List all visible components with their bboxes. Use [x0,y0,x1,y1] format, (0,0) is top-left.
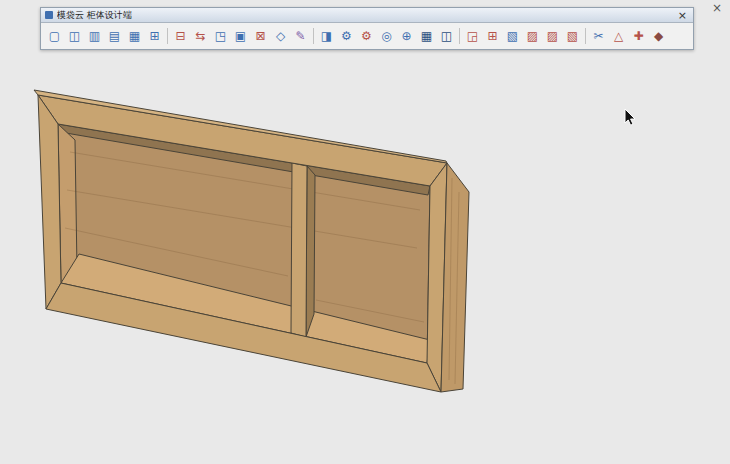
gear-settings-icon[interactable]: ⚙ [337,27,356,46]
cabinet-left-band[interactable] [38,95,61,309]
toolbar-titlebar[interactable]: 模袋云 柜体设计端 × [41,8,693,23]
toolbar-icons: ▢◫▥▤▦⊞⊟⇆◳▣⊠◇✎◨⚙⚙◎⊕▦◫◲⊞▧▨▨▧✂△✚◆ [41,23,693,49]
plugin-icon [45,11,53,19]
cabinet-model[interactable] [34,90,469,392]
hatch-right-icon[interactable]: ▨ [523,27,542,46]
select-frame-icon[interactable]: ▢ [45,27,64,46]
corner-board-icon[interactable]: ◳ [211,27,230,46]
toolbar-title: 模袋云 柜体设计端 [57,9,672,22]
toolbar-separator [459,28,460,44]
delete-board-icon[interactable]: ⊠ [251,27,270,46]
toolbar-close-button[interactable]: × [676,10,689,21]
framed-panel-icon[interactable]: ▣ [231,27,250,46]
add-grid-icon[interactable]: ⊞ [483,27,502,46]
toolbar-separator [167,28,168,44]
machine-center-icon[interactable]: ⊕ [397,27,416,46]
hatch-left-icon[interactable]: ▧ [503,27,522,46]
corner-select-icon[interactable]: ◲ [463,27,482,46]
hatch-board-icon[interactable]: ▨ [543,27,562,46]
grid-partition-icon[interactable]: ▦ [125,27,144,46]
export-part-icon[interactable]: ◆ [649,27,668,46]
triangle-measure-icon[interactable]: △ [609,27,628,46]
gear-tools-icon[interactable]: ⚙ [357,27,376,46]
horizontal-partition-icon[interactable]: ▤ [105,27,124,46]
viewport-3d[interactable] [0,0,730,464]
add-board-icon[interactable]: ⊞ [145,27,164,46]
toolbar-separator [585,28,586,44]
plugin-toolbar-window: 模袋云 柜体设计端 × ▢◫▥▤▦⊞⊟⇆◳▣⊠◇✎◨⚙⚙◎⊕▦◫◲⊞▧▨▨▧✂△… [40,7,694,50]
mouse-cursor [624,108,640,128]
edit-annotate-icon[interactable]: ✎ [291,27,310,46]
cutting-table-icon[interactable]: ▦ [417,27,436,46]
half-panel-icon[interactable]: ◨ [317,27,336,46]
hardware-add-icon[interactable]: ✚ [629,27,648,46]
drawer-unit-icon[interactable]: ⊟ [171,27,190,46]
scissors-cut-icon[interactable]: ✂ [589,27,608,46]
cabinet-body-icon[interactable]: ◫ [65,27,84,46]
toolbar-separator [313,28,314,44]
target-center-icon[interactable]: ◎ [377,27,396,46]
app-close-button[interactable]: × [712,2,722,14]
cabinet-divider-front-edge[interactable] [291,163,307,337]
hatch-panel-icon[interactable]: ▧ [563,27,582,46]
vertical-partition-icon[interactable]: ▥ [85,27,104,46]
door-swap-icon[interactable]: ⇆ [191,27,210,46]
prism-view-icon[interactable]: ◇ [271,27,290,46]
panel-pair-icon[interactable]: ◫ [437,27,456,46]
